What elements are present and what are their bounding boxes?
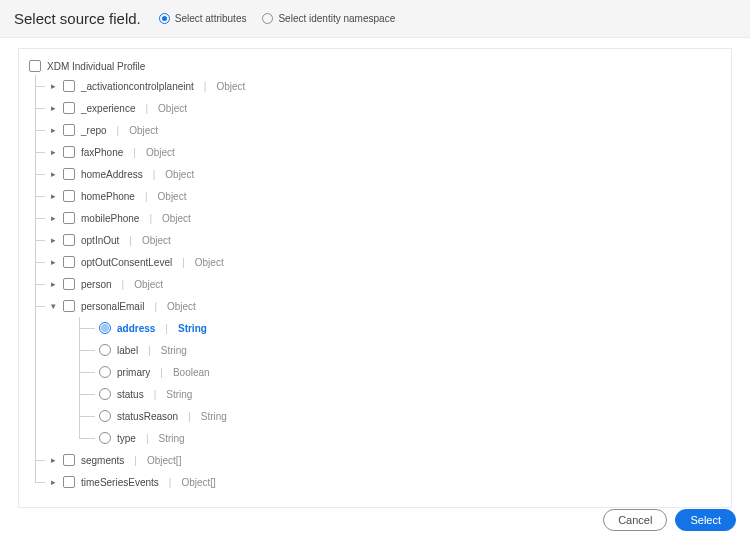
tree-root[interactable]: XDM Individual Profile [29, 57, 721, 75]
chevron-right-icon[interactable]: ▸ [49, 478, 57, 486]
node-type: Object [167, 301, 196, 312]
tree-node[interactable]: ▸_activationcontrolplaneint|Object [49, 75, 721, 97]
node-type: String [178, 323, 207, 334]
node-type: Object [162, 213, 191, 224]
node-type: Boolean [173, 367, 210, 378]
radio-icon[interactable] [99, 388, 111, 400]
checkbox-icon[interactable] [63, 278, 75, 290]
separator: | [134, 455, 137, 466]
node-name: address [117, 323, 155, 334]
tree-node[interactable]: ▸homeAddress|Object [49, 163, 721, 185]
radio-icon [159, 13, 170, 24]
root-label: XDM Individual Profile [47, 61, 145, 72]
tree-leaf[interactable]: type|String [99, 427, 721, 449]
separator: | [145, 103, 148, 114]
radio-select-identity-namespace[interactable]: Select identity namespace [262, 13, 395, 24]
separator: | [146, 433, 149, 444]
node-type: Object [134, 279, 163, 290]
tree-node[interactable]: ▸segments|Object[] [49, 449, 721, 471]
radio-icon[interactable] [99, 344, 111, 356]
checkbox-icon[interactable] [63, 80, 75, 92]
node-name: segments [81, 455, 124, 466]
separator: | [153, 169, 156, 180]
tree-leaf[interactable]: address|String [99, 317, 721, 339]
checkbox-icon[interactable] [63, 168, 75, 180]
tree-node[interactable]: ▸person|Object [49, 273, 721, 295]
chevron-right-icon[interactable]: ▸ [49, 280, 57, 288]
separator: | [160, 367, 163, 378]
separator: | [169, 477, 172, 488]
radio-icon[interactable] [99, 366, 111, 378]
tree-leaf[interactable]: status|String [99, 383, 721, 405]
separator: | [129, 235, 132, 246]
checkbox-icon[interactable] [29, 60, 41, 72]
node-type: Object [195, 257, 224, 268]
tree-node[interactable]: ▸timeSeriesEvents|Object[] [49, 471, 721, 493]
mode-radio-group: Select attributes Select identity namesp… [159, 13, 395, 24]
separator: | [188, 411, 191, 422]
node-type: Object [216, 81, 245, 92]
node-name: _repo [81, 125, 107, 136]
tree-node[interactable]: ▸homePhone|Object [49, 185, 721, 207]
node-name: person [81, 279, 112, 290]
checkbox-icon[interactable] [63, 300, 75, 312]
checkbox-icon[interactable] [63, 476, 75, 488]
tree-node[interactable]: ▸_experience|Object [49, 97, 721, 119]
node-type: String [201, 411, 227, 422]
tree-node[interactable]: ▸_repo|Object [49, 119, 721, 141]
chevron-right-icon[interactable]: ▸ [49, 192, 57, 200]
node-type: Object [146, 147, 175, 158]
schema-tree-panel: XDM Individual Profile ▸_activationcontr… [18, 48, 732, 508]
chevron-right-icon[interactable]: ▸ [49, 456, 57, 464]
node-type: Object [158, 191, 187, 202]
chevron-down-icon[interactable]: ▾ [49, 302, 57, 310]
node-name: optInOut [81, 235, 119, 246]
radio-select-attributes[interactable]: Select attributes [159, 13, 247, 24]
select-button[interactable]: Select [675, 509, 736, 531]
checkbox-icon[interactable] [63, 102, 75, 114]
chevron-right-icon[interactable]: ▸ [49, 258, 57, 266]
chevron-right-icon[interactable]: ▸ [49, 214, 57, 222]
chevron-right-icon[interactable]: ▸ [49, 82, 57, 90]
checkbox-icon[interactable] [63, 256, 75, 268]
separator: | [148, 345, 151, 356]
node-type: Object [165, 169, 194, 180]
node-name: personalEmail [81, 301, 144, 312]
tree-node-personalEmail[interactable]: ▾ personalEmail | Object [49, 295, 721, 317]
node-type: Object[] [181, 477, 215, 488]
radio-icon[interactable] [99, 322, 111, 334]
tree-leaf[interactable]: label|String [99, 339, 721, 361]
node-name: mobilePhone [81, 213, 139, 224]
tree-leaf[interactable]: statusReason|String [99, 405, 721, 427]
separator: | [154, 389, 157, 400]
chevron-right-icon[interactable]: ▸ [49, 170, 57, 178]
separator: | [165, 323, 168, 334]
node-name: statusReason [117, 411, 178, 422]
separator: | [204, 81, 207, 92]
tree-leaf[interactable]: primary|Boolean [99, 361, 721, 383]
node-name: faxPhone [81, 147, 123, 158]
checkbox-icon[interactable] [63, 234, 75, 246]
chevron-right-icon[interactable]: ▸ [49, 126, 57, 134]
checkbox-icon[interactable] [63, 146, 75, 158]
checkbox-icon[interactable] [63, 190, 75, 202]
radio-icon[interactable] [99, 432, 111, 444]
chevron-right-icon[interactable]: ▸ [49, 236, 57, 244]
node-name: homePhone [81, 191, 135, 202]
checkbox-icon[interactable] [63, 212, 75, 224]
chevron-right-icon[interactable]: ▸ [49, 148, 57, 156]
tree-node[interactable]: ▸optInOut|Object [49, 229, 721, 251]
separator: | [149, 213, 152, 224]
chevron-right-icon[interactable]: ▸ [49, 104, 57, 112]
tree-node[interactable]: ▸mobilePhone|Object [49, 207, 721, 229]
checkbox-icon[interactable] [63, 124, 75, 136]
checkbox-icon[interactable] [63, 454, 75, 466]
radio-icon[interactable] [99, 410, 111, 422]
tree-node[interactable]: ▸faxPhone|Object [49, 141, 721, 163]
cancel-button[interactable]: Cancel [603, 509, 667, 531]
radio-label: Select attributes [175, 13, 247, 24]
node-type: String [166, 389, 192, 400]
node-name: timeSeriesEvents [81, 477, 159, 488]
tree-children: address|Stringlabel|Stringprimary|Boolea… [79, 317, 721, 449]
tree-node[interactable]: ▸optOutConsentLevel|Object [49, 251, 721, 273]
